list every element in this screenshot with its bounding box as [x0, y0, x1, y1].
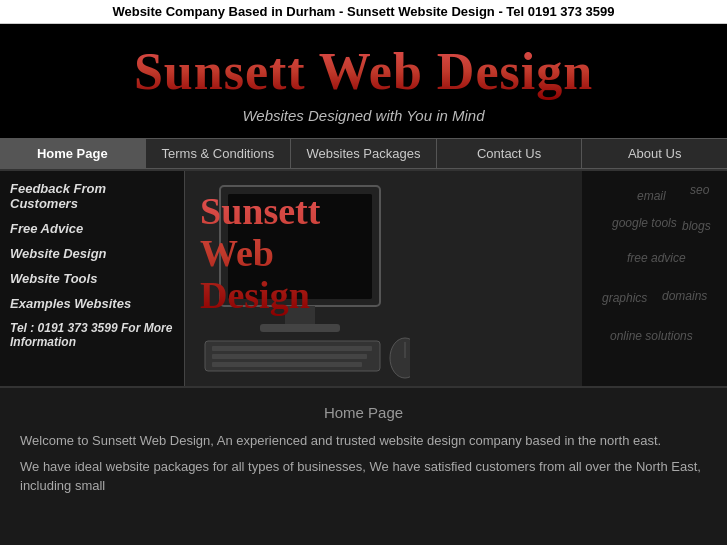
top-bar-text: Website Company Based in Durham - Sunset…: [112, 4, 614, 19]
sidebar-link[interactable]: Examples Websites: [10, 296, 174, 311]
svg-rect-6: [212, 346, 372, 351]
sidebar-link[interactable]: Website Design: [10, 246, 174, 261]
sidebar-link[interactable]: Website Tools: [10, 271, 174, 286]
word-cloud: emailseogoogle toolsblogsfree advicegrap…: [582, 171, 727, 386]
tel-info: Tel : 0191 373 3599 For More Information: [10, 321, 174, 349]
tagline: Websites Designed with You in Mind: [0, 107, 727, 124]
svg-rect-7: [212, 354, 367, 359]
sidebar-link[interactable]: Free Advice: [10, 221, 174, 236]
nav-item-home-page[interactable]: Home Page: [0, 139, 146, 168]
page-content: Home Page Welcome to Sunsett Web Design,…: [0, 386, 727, 516]
content-para1: Welcome to Sunsett Web Design, An experi…: [20, 431, 707, 451]
sidebar-link[interactable]: Feedback From Customers: [10, 181, 174, 211]
top-bar: Website Company Based in Durham - Sunset…: [0, 0, 727, 24]
site-title: Sunsett Web Design: [0, 42, 727, 101]
page-content-body: Welcome to Sunsett Web Design, An experi…: [20, 431, 707, 496]
main-content-area: Feedback From CustomersFree AdviceWebsit…: [0, 169, 727, 386]
nav-item-contact-us[interactable]: Contact Us: [437, 139, 583, 168]
nav-item-terms---conditions[interactable]: Terms & Conditions: [146, 139, 292, 168]
header: Sunsett Web Design Websites Designed wit…: [0, 24, 727, 138]
svg-rect-3: [285, 306, 315, 324]
word-cloud-item: free advice: [627, 251, 686, 265]
svg-point-9: [390, 338, 410, 378]
word-cloud-item: graphics: [602, 291, 647, 305]
left-sidebar: Feedback From CustomersFree AdviceWebsit…: [0, 171, 185, 386]
word-cloud-item: blogs: [682, 219, 711, 233]
svg-rect-2: [228, 194, 372, 299]
word-cloud-item: seo: [690, 183, 709, 197]
svg-rect-8: [212, 362, 362, 367]
content-para2: We have ideal website packages for all t…: [20, 457, 707, 496]
computer-svg: [190, 176, 410, 386]
page-content-title: Home Page: [20, 404, 707, 421]
nav-item-about-us[interactable]: About Us: [582, 139, 727, 168]
nav: Home PageTerms & ConditionsWebsites Pack…: [0, 138, 727, 169]
word-cloud-item: domains: [662, 289, 707, 303]
word-cloud-item: online solutions: [610, 329, 693, 343]
word-cloud-item: email: [637, 189, 666, 203]
svg-rect-4: [260, 324, 340, 332]
center-hero: Sunsett Web Design emailseogoogle toolsb…: [185, 171, 727, 386]
word-cloud-item: google tools: [612, 216, 677, 230]
nav-item-websites-packages[interactable]: Websites Packages: [291, 139, 437, 168]
